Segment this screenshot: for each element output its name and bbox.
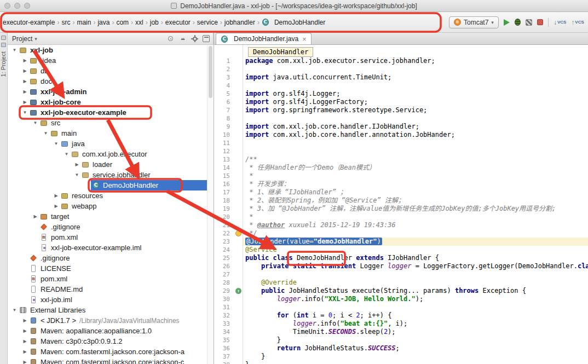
run-configuration-select[interactable]: Tomcat7 ▾ — [449, 16, 499, 28]
code-line[interactable]: 29 public JobHandleStatus execute(String… — [214, 287, 588, 295]
breadcrumb-item[interactable]: job — [149, 18, 160, 27]
code-line[interactable]: 10import com.xxl.job.core.handler.annota… — [214, 131, 588, 139]
breadcrumb-item[interactable]: main — [76, 18, 92, 27]
expand-arrow-icon[interactable]: ▼ — [42, 131, 49, 136]
breadcrumb-item[interactable]: com — [115, 18, 130, 27]
expand-arrow-icon[interactable]: ▶ — [21, 58, 28, 63]
expand-arrow-icon[interactable]: ▶ — [73, 162, 80, 167]
tree-item[interactable]: ▼xxl-job — [8, 45, 213, 55]
code-line[interactable]: 31 — [214, 303, 588, 311]
tree-item[interactable]: ▶doc — [8, 76, 213, 86]
tree-item[interactable]: README.md — [8, 284, 213, 294]
expand-arrow-icon[interactable]: ▶ — [53, 193, 60, 198]
project-toolwindow-tab[interactable]: 1: Project — [0, 51, 8, 77]
expand-arrow-icon[interactable]: ▶ — [21, 68, 28, 73]
tree-item[interactable]: ▶target — [8, 211, 213, 222]
tree-item[interactable]: ▼main — [8, 128, 213, 138]
tree-item[interactable]: ▶db — [8, 66, 213, 76]
code-line[interactable]: 23@JobHander(value="demoJobHandler") — [214, 238, 588, 246]
toolwindow-icon[interactable] — [1, 43, 6, 47]
code-line[interactable]: 32 for (int i = 0; i < 2; i++) { — [214, 311, 588, 320]
tree-item[interactable]: ▶Maven: c3p0:c3p0:0.9.1.2 — [8, 336, 213, 346]
tree-item[interactable]: ▶xxl-job-core — [8, 97, 213, 107]
tree-item[interactable]: xxl-job.iml — [8, 294, 213, 305]
tree-item[interactable]: ▶xxl-job-admin — [8, 86, 213, 97]
vcs-commit-button[interactable]: ↑VCS — [571, 19, 584, 26]
expand-arrow-icon[interactable]: ▶ — [21, 349, 28, 354]
expand-arrow-icon[interactable]: ▼ — [63, 152, 70, 157]
code-line[interactable]: 15 * — [214, 172, 588, 180]
gear-icon[interactable] — [191, 35, 198, 42]
expand-arrow-icon[interactable]: ▶ — [21, 339, 28, 344]
code-line[interactable]: 11 — [214, 139, 588, 147]
tree-item[interactable]: LICENSE — [8, 263, 213, 274]
code-line[interactable]: 8 — [214, 114, 588, 123]
expand-arrow-icon[interactable]: ▼ — [11, 308, 18, 313]
tree-item[interactable]: DemoJobHandler — [8, 180, 213, 190]
close-window-button[interactable] — [4, 3, 10, 9]
tree-item[interactable]: ▼java — [8, 138, 213, 149]
breadcrumb-item[interactable]: executor — [164, 18, 192, 27]
breadcrumb-item[interactable]: src — [60, 18, 71, 27]
collapse-all-icon[interactable]: ▴▴ — [178, 35, 187, 42]
toolwindow-icon[interactable] — [1, 36, 6, 40]
locate-icon[interactable] — [167, 35, 174, 42]
tree-item[interactable]: ▼xxl-job-executor-example — [8, 107, 213, 118]
expand-arrow-icon[interactable]: ▶ — [21, 100, 28, 105]
code-line[interactable]: 25public class DemoJobHandler extends IJ… — [214, 254, 588, 262]
expand-arrow-icon[interactable]: ▶ — [53, 204, 60, 209]
code-line[interactable]: 9import com.xxl.job.core.handler.IJobHan… — [214, 123, 588, 131]
code-line[interactable]: 35 } — [214, 336, 588, 344]
expand-arrow-icon[interactable]: ▶ — [21, 360, 28, 364]
expand-arrow-icon[interactable]: ▶ — [21, 318, 28, 323]
tree-item[interactable]: ▶Maven: com.fasterxml.jackson.core:jacks… — [8, 357, 213, 364]
code-line[interactable]: 33 logger.info("beat at:{}", i); — [214, 320, 588, 328]
expand-arrow-icon[interactable]: ▼ — [21, 110, 28, 115]
code-line[interactable]: 20 * — [214, 213, 588, 221]
code-line[interactable]: 26 private static transient Logger logge… — [214, 262, 588, 270]
code-line[interactable]: 30 logger.info("XXL-JOB, Hello World."); — [214, 295, 588, 303]
minimize-window-button[interactable] — [14, 3, 20, 9]
expand-arrow-icon[interactable]: ▼ — [11, 48, 18, 53]
code-line[interactable]: 14 * 任务Handler的一个Demo（Bean模式） — [214, 164, 588, 172]
code-line[interactable]: 36 return JobHandleStatus.SUCCESS; — [214, 344, 588, 353]
tree-item[interactable]: ▶< JDK1.7 >/Library/Java/JavaVirtualMach… — [8, 315, 213, 326]
zoom-window-button[interactable] — [24, 3, 30, 9]
code-line[interactable]: 16 * 开发步骤： — [214, 180, 588, 188]
breadcrumb-item[interactable]: executor-example — [2, 18, 56, 27]
breadcrumb-item[interactable]: xxl — [134, 18, 145, 27]
code-line[interactable]: 24@Service — [214, 246, 588, 254]
tree-item[interactable]: .gitignore — [8, 222, 213, 232]
tree-item[interactable]: pom.xml — [8, 232, 213, 242]
expand-arrow-icon[interactable]: ▶ — [21, 89, 28, 94]
code-line[interactable]: 12 — [214, 147, 588, 155]
tree-item[interactable]: ▼src — [8, 118, 213, 128]
tree-item[interactable]: ▼com.xxl.job.executor — [8, 149, 213, 159]
expand-arrow-icon[interactable]: ▶ — [21, 79, 28, 84]
code-line[interactable]: 21 * @author xuxueli 2015-12-19 19:43:36 — [214, 221, 588, 229]
code-line[interactable]: 4 — [214, 82, 588, 90]
tree-item[interactable]: pom.xml — [8, 274, 213, 284]
code-line[interactable]: 28 @Override — [214, 279, 588, 287]
code-line[interactable]: 38} — [214, 361, 588, 364]
code-line[interactable]: 37 } — [214, 353, 588, 361]
tree-item[interactable]: .gitignore — [8, 253, 213, 263]
hide-panel-icon[interactable] — [203, 35, 210, 42]
code-line[interactable]: 19 * 3、加 “@JobHander” 注解，注解value值为新增任务生成… — [214, 205, 588, 213]
expand-arrow-icon[interactable]: ▼ — [32, 120, 39, 125]
tree-item[interactable]: xxl-job-executor-example.iml — [8, 242, 213, 253]
coverage-button[interactable] — [526, 19, 532, 26]
code-line[interactable]: 3import java.util.concurrent.TimeUnit; — [214, 73, 588, 82]
tree-item[interactable]: ▼service.jobhandler — [8, 170, 213, 180]
project-panel-title[interactable]: Project — [12, 35, 32, 43]
close-tab-icon[interactable]: × — [302, 36, 307, 43]
expand-arrow-icon[interactable]: ▼ — [53, 141, 60, 146]
vcs-update-button[interactable]: ↓VCS — [554, 19, 566, 26]
code-line[interactable]: 6import org.slf4j.LoggerFactory; — [214, 98, 588, 106]
tree-scrollbar[interactable] — [207, 45, 214, 364]
chevron-down-icon[interactable]: ▾ — [34, 36, 37, 42]
tree-item[interactable]: ▶Maven: aopalliance:aopalliance:1.0 — [8, 326, 213, 336]
tree-item[interactable]: ▶resources — [8, 190, 213, 201]
tree-item[interactable]: ▶.idea — [8, 55, 213, 66]
scrollbar-thumb[interactable] — [209, 46, 212, 98]
